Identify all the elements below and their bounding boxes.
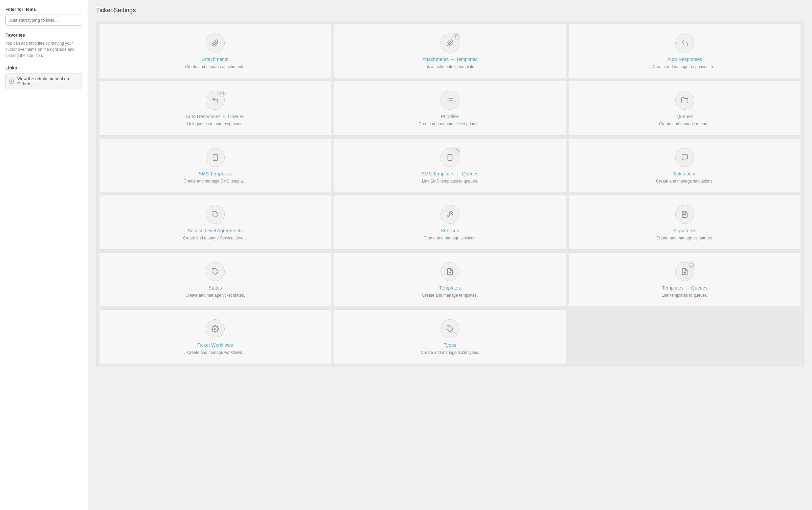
item-title-states: States: [208, 285, 222, 291]
item-desc-queues: Create and manage queues.: [659, 121, 710, 127]
grid-item-sms-templates[interactable]: SMS Templates Create and manage SMS temp…: [99, 138, 331, 193]
svg-rect-12: [448, 154, 452, 160]
grid-item-templates[interactable]: Templates Create and manage templates.: [334, 252, 566, 307]
item-desc-templates-queues: Link templates to queues.: [662, 293, 708, 298]
grid-item-states[interactable]: States Create and manage ticket states.: [99, 252, 331, 307]
item-icon-templates: [441, 262, 459, 281]
item-desc-attachments-templates: Link attachments to templates.: [423, 64, 478, 70]
item-desc-attachments: Create and manage attachments.: [185, 64, 245, 70]
item-icon-auto-responses: [675, 34, 694, 52]
item-icon-sms-templates-queues: [441, 148, 459, 167]
item-icon-queues: [675, 91, 694, 110]
svg-point-22: [214, 328, 216, 330]
grid-item-services[interactable]: Services Create and manage services.: [334, 195, 566, 250]
item-icon-ticket-workflows: [206, 319, 225, 338]
grid-item-sms-templates-queues[interactable]: SMS Templates ↔ Queues Link SMS template…: [334, 138, 566, 193]
item-title-sms-templates: SMS Templates: [199, 171, 232, 176]
item-desc-auto-responses: Create and manage responses th…: [653, 64, 717, 70]
svg-rect-10: [213, 154, 218, 160]
item-icon-priorities: [441, 91, 459, 110]
item-desc-service-level-agreements: Create and manage Service Leve…: [183, 235, 248, 241]
item-icon-service-level-agreements: [206, 205, 225, 224]
grid-item-signatures[interactable]: Signatures Create and manage signatures.: [569, 195, 801, 250]
item-title-priorities: Priorities: [441, 114, 459, 119]
item-desc-sms-templates-queues: Link SMS templates to queues.: [422, 178, 478, 184]
links-section-title: Links: [5, 65, 82, 70]
filter-input[interactable]: [5, 15, 82, 26]
admin-manual-link[interactable]: View the admin manual on Github: [5, 73, 82, 89]
svg-rect-0: [10, 79, 13, 83]
grid-item-service-level-agreements[interactable]: Service Level Agreements Create and mana…: [99, 195, 331, 250]
links-section: Links View the admin manual on Github: [5, 65, 82, 89]
item-title-queues: Queues: [676, 114, 693, 119]
item-title-attachments: Attachments: [202, 57, 228, 62]
grid-item-auto-responses[interactable]: Auto Responses Create and manage respons…: [569, 24, 801, 78]
item-title-sms-templates-queues: SMS Templates ↔ Queues: [422, 171, 479, 176]
badge-icon: [688, 261, 695, 269]
item-title-salutations: Salutations: [673, 171, 696, 176]
main-content: Ticket Settings Attachments Create and m…: [88, 0, 812, 510]
grid-item-priorities[interactable]: Priorities Create and manage ticket prio…: [334, 81, 566, 135]
item-desc-states: Create and manage ticket states.: [185, 293, 245, 298]
item-icon-auto-responses-queues: [206, 91, 225, 110]
badge-icon: [453, 33, 460, 40]
badge-icon: [453, 147, 460, 154]
item-title-templates-queues: Templates ↔ Queues: [662, 285, 708, 291]
item-desc-priorities: Create and manage ticket prioriti…: [419, 121, 481, 127]
item-title-auto-responses: Auto Responses: [668, 57, 702, 62]
item-icon-sms-templates: [206, 148, 225, 167]
item-title-services: Services: [441, 228, 459, 233]
item-desc-services: Create and manage services.: [424, 235, 477, 241]
admin-manual-label: View the admin manual on Github: [17, 76, 78, 86]
item-icon-states: [206, 262, 225, 281]
grid-item-attachments[interactable]: Attachments Create and manage attachment…: [99, 24, 331, 78]
sidebar: Filter for Items Favorites You can add f…: [0, 0, 88, 510]
item-desc-sms-templates: Create and manage SMS templa…: [184, 178, 247, 184]
item-title-templates: Templates: [439, 285, 461, 291]
item-desc-types: Create and manage ticket types.: [421, 350, 479, 356]
item-icon-attachments-templates: [441, 34, 459, 52]
item-icon-attachments: [206, 34, 225, 52]
grid-item-ticket-workflows[interactable]: Ticket Workflows Create and manage workf…: [99, 310, 331, 364]
favorites-text: You can add favorites by moving your cur…: [5, 40, 82, 59]
page-title: Ticket Settings: [96, 7, 804, 14]
item-title-signatures: Signatures: [674, 228, 696, 233]
item-title-attachments-templates: Attachments ↔ Templates: [422, 57, 477, 62]
item-title-ticket-workflows: Ticket Workflows: [197, 342, 233, 348]
item-icon-types: [441, 319, 459, 338]
badge-icon: [218, 90, 226, 97]
grid-item-queues[interactable]: Queues Create and manage queues.: [569, 81, 801, 135]
grid-item-templates-queues[interactable]: Templates ↔ Queues Link templates to que…: [569, 252, 801, 307]
item-icon-services: [441, 205, 459, 224]
item-desc-signatures: Create and manage signatures.: [656, 235, 713, 241]
filter-section-title: Filter for Items: [5, 7, 82, 12]
filter-section: Filter for Items: [5, 7, 82, 26]
item-icon-templates-queues: [675, 262, 694, 281]
favorites-section: Favorites You can add favorites by movin…: [5, 33, 82, 59]
item-icon-salutations: [675, 148, 694, 167]
grid-item-salutations[interactable]: Salutations Create and manage salutation…: [569, 138, 801, 193]
grid-item-types[interactable]: Types Create and manage ticket types.: [334, 310, 566, 364]
item-icon-signatures: [675, 205, 694, 224]
item-desc-templates: Create and manage templates.: [422, 293, 478, 298]
grid-item-auto-responses-queues[interactable]: Auto Responses ↔ Queues Link queues to a…: [99, 81, 331, 135]
grid-item-attachments-templates[interactable]: Attachments ↔ Templates Link attachments…: [334, 24, 566, 78]
item-title-auto-responses-queues: Auto Responses ↔ Queues: [186, 114, 245, 119]
item-title-service-level-agreements: Service Level Agreements: [188, 228, 243, 233]
settings-grid: Attachments Create and manage attachment…: [96, 21, 804, 367]
book-icon: [9, 79, 15, 84]
item-desc-auto-responses-queues: Link queues to auto responses.: [187, 121, 244, 127]
favorites-section-title: Favorites: [5, 33, 82, 38]
item-title-types: Types: [444, 342, 456, 348]
item-desc-ticket-workflows: Create and manage workflows.: [187, 350, 243, 356]
item-desc-salutations: Create and manage salutations.: [656, 178, 714, 184]
